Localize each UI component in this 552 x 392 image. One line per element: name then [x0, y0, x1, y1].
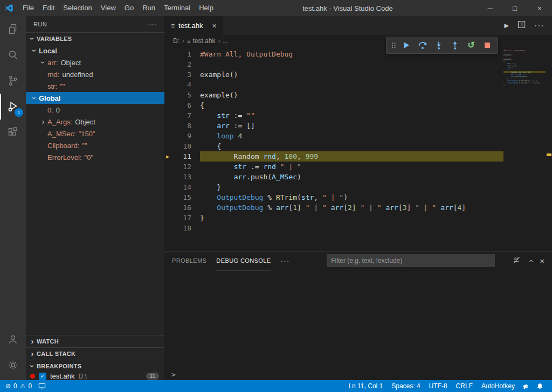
debug-console-input[interactable]: > [164, 368, 552, 380]
menu-file[interactable]: File [18, 0, 38, 16]
variable-clipboard[interactable]: Clipboard:"" [26, 139, 164, 151]
cursor-position[interactable]: Ln 11, Col 1 [344, 382, 387, 390]
code-text[interactable]: } [200, 213, 503, 223]
menu-edit[interactable]: Edit [38, 0, 59, 16]
line-gutter[interactable]: 8 [164, 121, 200, 131]
clear-console-icon[interactable] [513, 256, 521, 266]
call-stack-section-header[interactable]: › CALL STACK [26, 347, 164, 360]
tab-debug-console[interactable]: DEBUG CONSOLE [216, 251, 271, 270]
variable-0[interactable]: 0:0 [26, 104, 164, 116]
variable-errorlevel[interactable]: ErrorLevel:"0" [26, 151, 164, 163]
indentation[interactable]: Spaces: 4 [387, 382, 424, 390]
watch-section-header[interactable]: › WATCH [26, 335, 164, 347]
close-panel-icon[interactable]: × [540, 256, 544, 265]
chevron-right-icon[interactable]: › [39, 118, 47, 125]
screencast-icon[interactable] [38, 382, 46, 390]
variable-a_args[interactable]: ›A_Args:Object [26, 116, 164, 128]
line-gutter[interactable]: 16 [164, 202, 200, 213]
code-editor[interactable]: 1#Warn All, OutputDebug23example()45exam… [164, 47, 503, 251]
code-line[interactable]: ▶11 Random rnd, 100, 999 [164, 151, 503, 162]
code-line[interactable]: 8 arr := [] [164, 121, 503, 131]
code-text[interactable]: { [200, 100, 503, 110]
maximize-button[interactable]: □ [502, 0, 527, 16]
encoding[interactable]: UTF-8 [425, 382, 452, 390]
account-icon[interactable] [0, 326, 26, 352]
source-control-icon[interactable] [0, 68, 26, 94]
code-line[interactable]: 14 } [164, 182, 503, 192]
search-icon[interactable] [0, 42, 26, 68]
line-gutter[interactable]: 14 [164, 182, 200, 192]
breakpoint-item[interactable]: ✓test.ahkD:\11 [26, 372, 164, 380]
line-gutter[interactable]: 13 [164, 172, 200, 182]
code-line[interactable]: 6{ [164, 100, 503, 110]
step-into-button[interactable] [431, 38, 446, 52]
line-gutter[interactable]: 6 [164, 100, 200, 110]
code-text[interactable]: } [200, 182, 503, 192]
breadcrumb-item[interactable]: D: [173, 37, 180, 45]
line-gutter[interactable]: 10 [164, 141, 200, 151]
breakpoints-section-header[interactable]: › BREAKPOINTS [26, 360, 164, 372]
line-gutter[interactable]: ▶11 [164, 151, 200, 162]
code-text[interactable]: Random rnd, 100, 999 [200, 151, 503, 162]
breadcrumb-item[interactable]: ... [223, 37, 228, 45]
code-line[interactable]: 7 str := "" [164, 110, 503, 121]
menu-help[interactable]: Help [195, 0, 218, 16]
variable-rnd[interactable]: rnd:undefined [26, 68, 164, 80]
code-line[interactable]: 5example() [164, 90, 503, 100]
line-gutter[interactable]: 2 [164, 59, 200, 69]
editor-scrollbar[interactable] [546, 47, 552, 251]
code-line[interactable]: 3example() [164, 69, 503, 80]
code-line[interactable]: 2 [164, 59, 503, 69]
code-text[interactable]: arr.push(A_MSec) [200, 172, 503, 182]
more-actions-icon[interactable]: ··· [148, 20, 157, 29]
line-gutter[interactable]: 9 [164, 131, 200, 141]
code-text[interactable]: arr := [] [200, 121, 503, 131]
code-line[interactable]: 9 loop 4 [164, 131, 503, 141]
code-text[interactable]: example() [200, 69, 503, 80]
restart-button[interactable]: ↺ [464, 38, 479, 52]
menu-go[interactable]: Go [120, 0, 138, 16]
menu-terminal[interactable]: Terminal [160, 0, 195, 16]
line-gutter[interactable]: 1 [164, 49, 200, 59]
variable-a_msec[interactable]: A_MSec:"150" [26, 128, 164, 139]
scope-local[interactable]: ›Local [26, 45, 164, 57]
close-button[interactable]: × [527, 0, 552, 16]
code-text[interactable]: str := "" [200, 110, 503, 121]
explorer-icon[interactable] [0, 16, 26, 42]
line-gutter[interactable]: 7 [164, 110, 200, 121]
split-editor-button[interactable] [518, 20, 526, 31]
eol[interactable]: CRLF [452, 382, 477, 390]
code-line[interactable]: 12 str .= rnd " | " [164, 162, 503, 172]
code-line[interactable]: 4 [164, 80, 503, 90]
tab-close-icon[interactable]: × [212, 22, 217, 30]
breadcrumb-item[interactable]: ≡test.ahk [187, 37, 215, 45]
breakpoint-checkbox[interactable]: ✓ [39, 373, 46, 380]
line-gutter[interactable]: 17 [164, 213, 200, 223]
scope-global[interactable]: ›Global [26, 92, 164, 104]
variable-arr[interactable]: ›arr:Object [26, 57, 164, 68]
step-over-button[interactable] [415, 38, 430, 52]
menu-run[interactable]: Run [138, 0, 160, 16]
run-button[interactable]: ▶ [505, 22, 509, 29]
maximize-panel-icon[interactable]: › [526, 260, 535, 262]
continue-button[interactable] [399, 38, 414, 52]
console-filter-input[interactable] [327, 254, 495, 267]
more-actions-icon[interactable]: ··· [281, 256, 290, 265]
menu-view[interactable]: View [96, 0, 120, 16]
extensions-icon[interactable] [0, 120, 26, 145]
drag-handle[interactable] [389, 38, 398, 52]
language-mode[interactable]: AutoHotkey [477, 382, 519, 390]
code-text[interactable]: example() [200, 90, 503, 100]
line-gutter[interactable]: 12 [164, 162, 200, 172]
stop-button[interactable] [480, 38, 495, 52]
code-text[interactable]: { [200, 141, 503, 151]
chevron-down-icon[interactable]: › [39, 58, 47, 67]
minimap[interactable]: #Warn All, OutputDebugexample()example()… [503, 47, 546, 251]
code-text[interactable] [200, 59, 503, 69]
code-text[interactable] [200, 223, 503, 233]
variable-str[interactable]: str:"" [26, 80, 164, 92]
code-line[interactable]: 13 arr.push(A_MSec) [164, 172, 503, 182]
code-line[interactable]: 18 [164, 223, 503, 233]
more-actions-icon[interactable]: ··· [534, 21, 544, 31]
line-gutter[interactable]: 4 [164, 80, 200, 90]
